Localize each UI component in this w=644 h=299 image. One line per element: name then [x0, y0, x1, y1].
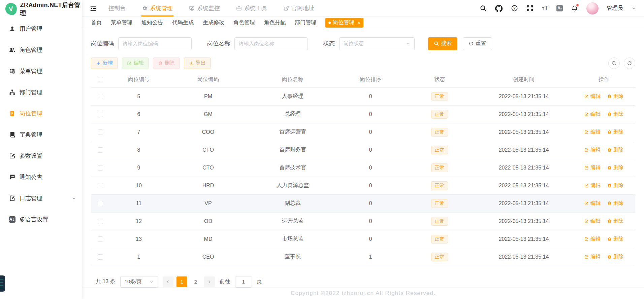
sidebar-item-i18n[interactable]: A文 多语言设置 [0, 209, 82, 230]
nav-item-console[interactable]: 控制台 [108, 0, 126, 16]
tab-item-7[interactable]: 部门管理 [295, 19, 316, 26]
tab-item-5[interactable]: 角色管理 [233, 19, 255, 26]
tab-item-2[interactable]: 通知公告 [141, 19, 163, 26]
row-edit-link[interactable]: 编辑 [584, 236, 601, 242]
sidebar-item-menus[interactable]: 菜单管理 [0, 61, 82, 82]
row-edit-label: 编辑 [590, 129, 601, 135]
row-checkbox[interactable] [98, 236, 103, 242]
edit-button[interactable]: 编辑 [122, 58, 149, 69]
font-size-icon[interactable]: TT [542, 5, 548, 12]
table-refresh-icon[interactable] [624, 58, 635, 69]
table-search-toggle-icon[interactable] [608, 58, 620, 69]
row-delete-link[interactable]: 删除 [607, 218, 623, 224]
pager-prev-icon[interactable] [163, 276, 173, 287]
avatar[interactable] [586, 2, 599, 14]
logo-row[interactable]: V ZRAdmin.NET后台管理 [0, 0, 82, 18]
row-delete-link[interactable]: 删除 [607, 93, 623, 100]
row-delete-link[interactable]: 删除 [607, 200, 623, 207]
status-select[interactable]: 岗位状态 [339, 37, 415, 50]
row-checkbox[interactable] [98, 254, 103, 260]
sidebar-item-posts[interactable]: 岗位管理 [0, 103, 82, 124]
status-badge: 正常 [431, 163, 448, 172]
row-edit-link[interactable]: 编辑 [584, 254, 601, 260]
cell-checkbox [91, 87, 110, 105]
row-checkbox[interactable] [98, 165, 103, 171]
tab-label: 首页 [91, 19, 102, 26]
pager-page-2[interactable]: 2 [190, 276, 201, 287]
sidebar-item-notices[interactable]: 通知公告 [0, 166, 82, 188]
bell-icon[interactable] [571, 5, 578, 12]
row-edit-link[interactable]: 编辑 [584, 182, 601, 189]
pager-page-1[interactable]: 1 [176, 276, 187, 287]
sidebar-item-parameters[interactable]: 参数设置 [0, 145, 82, 166]
sidebar-item-logs[interactable]: 日志管理 [0, 188, 82, 209]
user-name[interactable]: 管理员 [607, 5, 623, 12]
row-edit-link[interactable]: 编辑 [584, 111, 601, 117]
search-button[interactable]: 搜索 [428, 37, 457, 50]
add-button[interactable]: 新增 [91, 58, 118, 69]
row-delete-link[interactable]: 删除 [607, 129, 623, 135]
tab-close-icon[interactable]: × [357, 20, 360, 25]
post-code-input[interactable] [118, 37, 192, 50]
nav-item-system-monitor[interactable]: 系统监控 [189, 0, 220, 16]
edit-button-label: 编辑 [134, 60, 144, 66]
row-edit-link[interactable]: 编辑 [584, 93, 601, 100]
fullscreen-icon[interactable] [526, 5, 534, 12]
collapse-sidebar-icon[interactable] [90, 5, 97, 12]
row-edit-link[interactable]: 编辑 [584, 218, 601, 224]
tab-item-6[interactable]: 角色分配 [264, 19, 286, 26]
help-icon[interactable]: ? [511, 5, 518, 12]
row-delete-link[interactable]: 删除 [607, 111, 623, 117]
reset-button[interactable]: 重置 [463, 37, 492, 50]
cell-post-sort: 0 [337, 212, 404, 230]
export-button[interactable]: 导出 [184, 58, 211, 69]
goto-page-input[interactable] [235, 276, 252, 288]
row-checkbox[interactable] [98, 219, 103, 224]
cell-created: 2022-05-13 21:35:14 [475, 177, 573, 194]
row-checkbox[interactable] [98, 94, 103, 99]
pager-next-icon[interactable] [204, 276, 215, 287]
row-checkbox[interactable] [98, 147, 103, 153]
page-size-select[interactable]: 10条/页 [120, 276, 158, 288]
row-edit-link[interactable]: 编辑 [584, 200, 601, 207]
tab-item-1[interactable]: 菜单管理 [111, 19, 132, 26]
nav-item-system-tools[interactable]: 系统工具 [236, 0, 267, 16]
delete-button[interactable]: 删除 [153, 58, 180, 69]
sidebar-item-dictionary[interactable]: 字典管理 [0, 124, 82, 145]
settings-drawer-handle[interactable] [0, 275, 5, 292]
row-delete-link[interactable]: 删除 [607, 182, 623, 189]
row-edit-link[interactable]: 编辑 [584, 147, 601, 153]
header-actions: 操作 [573, 73, 635, 88]
nav-item-website[interactable]: 官网地址 [283, 0, 314, 16]
sidebar-item-roles[interactable]: 角色管理 [0, 39, 82, 61]
row-delete-link[interactable]: 删除 [607, 147, 623, 153]
select-all-checkbox[interactable] [98, 77, 103, 82]
cell-actions: 编辑删除 [573, 177, 635, 194]
chevron-down-icon[interactable] [632, 6, 636, 10]
row-edit-label: 编辑 [590, 254, 601, 260]
tab-item-8[interactable]: 岗位管理× [325, 18, 363, 28]
github-icon[interactable] [495, 5, 503, 12]
status-badge: 正常 [431, 199, 448, 208]
tab-item-0[interactable]: 首页 [91, 19, 102, 26]
nav-item-system-admin[interactable]: 系统管理 [142, 0, 173, 16]
tab-item-3[interactable]: 代码生成 [172, 19, 194, 26]
row-delete-link[interactable]: 删除 [607, 164, 623, 171]
row-checkbox[interactable] [98, 112, 103, 117]
sidebar-item-users[interactable]: 用户管理 [0, 18, 82, 39]
row-checkbox[interactable] [98, 201, 103, 206]
row-checkbox[interactable] [98, 183, 103, 188]
row-checkbox[interactable] [98, 129, 103, 135]
search-icon[interactable] [480, 5, 487, 12]
post-name-label: 岗位名称 [207, 40, 230, 47]
tab-item-4[interactable]: 生成修改 [203, 19, 224, 26]
row-edit-link[interactable]: 编辑 [584, 129, 601, 135]
language-icon[interactable]: Ax [556, 5, 563, 11]
post-name-input[interactable] [234, 37, 308, 50]
row-delete-link[interactable]: 删除 [607, 254, 623, 260]
header-post-name: 岗位名称 [249, 73, 337, 88]
sidebar-item-label: 菜单管理 [20, 67, 42, 75]
row-edit-link[interactable]: 编辑 [584, 164, 601, 171]
row-delete-link[interactable]: 删除 [607, 236, 623, 242]
sidebar-item-departments[interactable]: 部门管理 [0, 82, 82, 103]
